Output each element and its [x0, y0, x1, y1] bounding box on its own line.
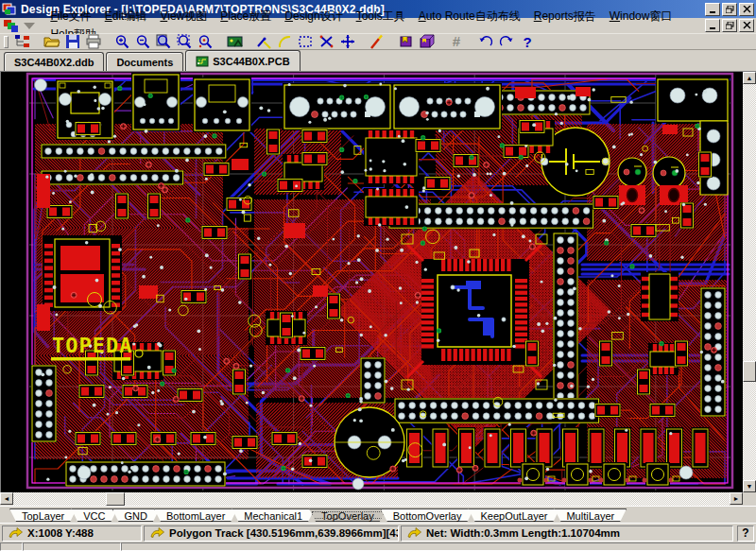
pin-header[interactable]	[360, 357, 386, 404]
smd-resistor[interactable]	[484, 427, 502, 469]
zoom-out-button[interactable]	[133, 34, 154, 50]
smd-passive[interactable]	[150, 432, 177, 446]
smd-passive[interactable]	[301, 129, 328, 144]
smd-passive[interactable]	[115, 193, 129, 219]
design-explorer-button[interactable]	[12, 34, 33, 50]
smd-passive[interactable]	[637, 369, 651, 395]
design-explorer-cascade-icon[interactable]	[4, 19, 18, 33]
smd-passive[interactable]	[593, 196, 619, 210]
db9-connector[interactable]	[283, 83, 392, 130]
scroll-down-button[interactable]: ▼	[743, 480, 756, 492]
library-3d-button[interactable]	[417, 34, 438, 50]
move-button[interactable]	[337, 34, 358, 50]
brand-text[interactable]: TOPEDA	[51, 334, 143, 361]
power-jack[interactable]	[131, 73, 180, 131]
menu-design[interactable]: Design设计	[278, 8, 349, 26]
smd-passive[interactable]	[271, 432, 298, 446]
zoom-document-button[interactable]	[154, 34, 175, 50]
layer-tab-vcc[interactable]: VCC	[71, 508, 117, 522]
smd-resistor[interactable]	[692, 427, 710, 469]
smd-passive[interactable]	[424, 177, 451, 191]
layer-tab-bottomlayer[interactable]: BottomLayer	[154, 508, 237, 522]
scroll-right-button[interactable]: ►	[730, 492, 743, 505]
smd-resistor[interactable]	[432, 427, 450, 469]
menu-edit[interactable]: Edit编辑	[98, 8, 154, 26]
smd-passive[interactable]	[111, 432, 137, 446]
layer-tab-mechanical1[interactable]: Mechanical1	[232, 508, 315, 522]
menu-autoroute[interactable]: Auto Route自动布线	[412, 8, 527, 26]
pcb-canvas[interactable]: TOPEDA	[0, 72, 743, 492]
horizontal-scroll-thumb[interactable]	[106, 492, 125, 506]
layer-tab-toplayer[interactable]: TopLayer	[9, 508, 77, 522]
toolbar-handle[interactable]	[4, 36, 9, 48]
smd-passive[interactable]	[519, 120, 545, 134]
pin-header[interactable]	[31, 365, 57, 442]
save-button[interactable]	[62, 34, 83, 50]
smd-passive[interactable]	[78, 385, 105, 399]
layer-tab-topoverlay[interactable]: TopOverlay	[309, 508, 387, 522]
cross-probe-button[interactable]	[317, 34, 337, 50]
smd-passive[interactable]	[698, 151, 713, 178]
smd-passive[interactable]	[203, 163, 230, 177]
scroll-up-button[interactable]: ▲	[743, 72, 756, 84]
smd-passive[interactable]	[238, 253, 252, 280]
smd-passive[interactable]	[277, 179, 303, 193]
soic-ic[interactable]	[641, 272, 679, 321]
image-button[interactable]	[225, 34, 246, 50]
layer-tab-multilayer[interactable]: MultiLayer	[554, 508, 627, 522]
smd-passive[interactable]	[453, 154, 479, 168]
smd-passive[interactable]	[594, 404, 621, 418]
close-button[interactable]	[739, 3, 754, 16]
layer-tab-keepoutlayer[interactable]: KeepOutLayer	[468, 508, 559, 522]
menu-reports[interactable]: Reports报告	[527, 8, 603, 26]
smd-passive[interactable]	[599, 340, 613, 367]
zoom-point-button[interactable]	[196, 34, 216, 50]
zoom-in-button[interactable]	[112, 34, 133, 50]
smd-passive[interactable]	[301, 152, 328, 166]
document-tab-documents[interactable]: Documents	[106, 52, 183, 71]
scroll-left-button[interactable]: ◄	[0, 492, 13, 505]
capacitor[interactable]	[653, 157, 685, 189]
vertical-scroll-track[interactable]	[743, 84, 756, 480]
menu-window[interactable]: Window窗口	[603, 8, 679, 26]
zoom-area-button[interactable]	[175, 34, 196, 50]
highlight-button[interactable]	[367, 34, 387, 50]
vertical-scroll-thumb[interactable]	[743, 361, 756, 382]
menu-place[interactable]: Place放置	[214, 8, 278, 26]
print-button[interactable]	[83, 34, 104, 50]
soic-ic[interactable]	[648, 343, 679, 375]
smd-passive[interactable]	[232, 369, 247, 395]
db9-connector[interactable]	[392, 83, 502, 130]
pin-header[interactable]	[41, 144, 227, 159]
doc-close-button[interactable]	[739, 19, 754, 32]
undo-button[interactable]	[475, 34, 496, 50]
smd-passive[interactable]	[147, 193, 162, 219]
smd-passive[interactable]	[300, 347, 326, 361]
smd-passive[interactable]	[232, 436, 258, 450]
smd-passive[interactable]	[415, 139, 441, 153]
soic-ic[interactable]	[364, 188, 419, 226]
minimize-button[interactable]	[705, 3, 720, 16]
doc-minimize-button[interactable]	[705, 19, 720, 32]
layer-tab-bottomoverlay[interactable]: BottomOverlay	[381, 508, 474, 522]
smd-passive[interactable]	[680, 202, 695, 229]
redo-button[interactable]	[496, 34, 517, 50]
horizontal-scrollbar[interactable]: ◄ ►	[0, 492, 756, 506]
place-arc-button[interactable]	[275, 34, 296, 50]
capacitor[interactable]	[618, 158, 646, 186]
smd-passive[interactable]	[75, 122, 101, 136]
vertical-scrollbar[interactable]: ▲ ▼	[743, 72, 756, 492]
pcb-artwork[interactable]: TOPEDA	[1, 72, 743, 492]
menu-file[interactable]: File文件	[43, 8, 97, 26]
smd-passive[interactable]	[180, 290, 207, 304]
place-track-button[interactable]	[254, 34, 275, 50]
pin-header[interactable]	[388, 203, 594, 229]
horizontal-scroll-track[interactable]	[13, 492, 730, 506]
doc-restore-button[interactable]	[722, 19, 737, 32]
document-tab-s3c44b0x-pcb[interactable]: S3C44B0X.PCB	[185, 50, 300, 71]
open-button[interactable]	[42, 34, 62, 50]
menu-view[interactable]: View视图	[153, 8, 214, 26]
smd-passive[interactable]	[266, 129, 281, 155]
smd-passive[interactable]	[649, 404, 676, 418]
smd-passive[interactable]	[190, 432, 216, 446]
